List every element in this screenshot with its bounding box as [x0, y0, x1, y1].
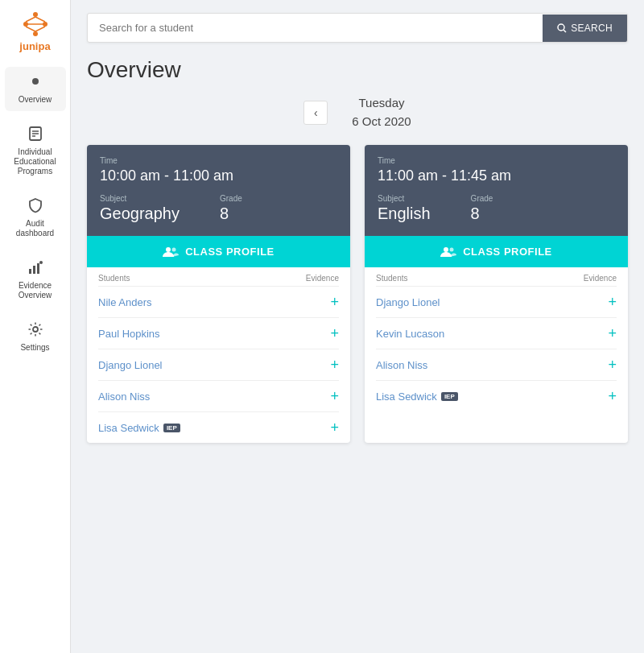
svg-rect-16: [37, 263, 39, 274]
sidebar: junipa Overview Individual Educational P…: [0, 0, 71, 653]
prev-date-button[interactable]: ‹: [303, 101, 328, 125]
search-button-label: SEARCH: [571, 23, 613, 34]
student-name-0-2[interactable]: Django Lionel: [98, 359, 163, 371]
audit-icon: [27, 197, 43, 217]
svg-point-0: [33, 12, 38, 17]
svg-point-23: [444, 247, 448, 252]
sidebar-item-overview[interactable]: Overview: [5, 67, 66, 111]
class-profile-icon-1: [440, 246, 456, 258]
svg-point-22: [172, 247, 176, 251]
student-name-0-4[interactable]: Lisa Sedwick IEP: [98, 422, 180, 434]
date-display: Tuesday 6 Oct 2020: [352, 94, 411, 130]
student-list-header-0: Students Evidence: [98, 267, 339, 287]
card-grade-group-0: Grade 8: [220, 194, 242, 223]
add-evidence-btn-0-1[interactable]: +: [330, 326, 339, 341]
add-evidence-btn-0-2[interactable]: +: [330, 357, 339, 372]
sidebar-item-iep[interactable]: Individual Educational Programs: [5, 119, 66, 183]
sidebar-item-evidence[interactable]: Evidence Overview: [5, 253, 66, 307]
card-subject-group-0: Subject Geography: [100, 194, 180, 223]
student-name-1-2[interactable]: Alison Niss: [376, 359, 427, 371]
card-time-1: 11:00 am - 11:45 am: [378, 167, 615, 184]
student-name-0-1[interactable]: Paul Hopkins: [98, 328, 160, 340]
iep-badge-0-4: IEP: [163, 424, 180, 432]
search-button[interactable]: SEARCH: [543, 14, 627, 42]
card-grade-group-1: Grade 8: [471, 194, 493, 223]
student-list-1: Students Evidence Django Lionel + Kevin …: [365, 267, 628, 411]
student-row-0-0: Nile Anders +: [98, 287, 339, 318]
add-evidence-btn-0-0[interactable]: +: [330, 295, 339, 309]
card-subject-group-1: Subject English: [378, 194, 431, 223]
class-profile-label-0: CLASS PROFILE: [185, 246, 275, 258]
class-profile-button-0[interactable]: CLASS PROFILE: [87, 236, 350, 267]
svg-point-3: [33, 31, 38, 36]
card-header-1: Time 11:00 am - 11:45 am Subject English…: [365, 145, 628, 236]
sidebar-item-settings-label: Settings: [20, 343, 49, 353]
class-profile-button-1[interactable]: CLASS PROFILE: [365, 236, 628, 267]
evidence-icon: [27, 259, 43, 279]
app-name: junipa: [19, 40, 50, 52]
session-card-0: Time 10:00 am - 11:00 am Subject Geograp…: [87, 145, 350, 443]
sidebar-item-iep-label: Individual Educational Programs: [10, 147, 61, 176]
page-title: Overview: [87, 57, 628, 83]
student-name-0-0[interactable]: Nile Anders: [98, 296, 151, 308]
student-row-0-4: Lisa Sedwick IEP +: [98, 412, 339, 443]
iep-badge-1-3: IEP: [441, 392, 458, 401]
add-evidence-btn-0-4[interactable]: +: [330, 420, 339, 435]
svg-line-7: [35, 27, 45, 31]
svg-point-24: [450, 247, 454, 251]
add-evidence-btn-0-3[interactable]: +: [330, 389, 339, 403]
sidebar-item-settings[interactable]: Settings: [5, 315, 66, 359]
card-subject-0: Geography: [100, 205, 180, 223]
date-date: 6 Oct 2020: [352, 113, 411, 131]
sidebar-item-audit-label: Audit dashboard: [10, 219, 61, 238]
sidebar-item-audit[interactable]: Audit dashboard: [5, 191, 66, 245]
card-meta-1: Subject English Grade 8: [378, 194, 615, 223]
add-evidence-btn-1-0[interactable]: +: [608, 295, 617, 309]
svg-line-20: [564, 30, 566, 32]
student-row-0-2: Django Lionel +: [98, 349, 339, 381]
student-row-1-1: Kevin Lucason +: [376, 318, 617, 349]
student-row-1-3: Lisa Sedwick IEP +: [376, 381, 617, 411]
logo-icon: [18, 10, 53, 39]
student-row-0-1: Paul Hopkins +: [98, 318, 339, 349]
card-grade-label-0: Grade: [220, 194, 242, 203]
student-name-1-3[interactable]: Lisa Sedwick IEP: [376, 391, 458, 403]
evidence-col-label-0: Evidence: [306, 274, 339, 283]
student-name-1-0[interactable]: Django Lionel: [376, 296, 440, 308]
add-evidence-btn-1-3[interactable]: +: [608, 389, 617, 403]
main-content: SEARCH Overview ‹ Tuesday 6 Oct 2020 Tim…: [71, 0, 644, 653]
svg-line-6: [26, 27, 35, 31]
card-grade-0: 8: [220, 205, 242, 223]
iep-icon: [27, 126, 43, 145]
search-input[interactable]: [88, 14, 543, 42]
card-header-0: Time 10:00 am - 11:00 am Subject Geograp…: [87, 145, 350, 236]
logo: junipa: [18, 10, 53, 52]
class-profile-icon-0: [163, 246, 179, 258]
sidebar-item-evidence-label: Evidence Overview: [10, 281, 61, 300]
card-grade-label-1: Grade: [471, 194, 493, 203]
card-time-label-1: Time: [378, 156, 615, 165]
evidence-col-label-1: Evidence: [584, 274, 617, 283]
session-card-1: Time 11:00 am - 11:45 am Subject English…: [365, 145, 628, 443]
students-col-label-1: Students: [376, 274, 407, 283]
add-evidence-btn-1-2[interactable]: +: [608, 357, 617, 372]
add-evidence-btn-1-1[interactable]: +: [608, 326, 617, 341]
date-day: Tuesday: [352, 94, 411, 113]
svg-line-5: [35, 17, 45, 22]
student-name-0-3[interactable]: Alison Niss: [98, 391, 150, 403]
student-row-1-2: Alison Niss +: [376, 349, 617, 381]
card-subject-label-1: Subject: [378, 194, 431, 203]
date-navigation: ‹ Tuesday 6 Oct 2020: [87, 94, 628, 130]
svg-rect-15: [33, 266, 35, 274]
card-time-0: 10:00 am - 11:00 am: [100, 167, 337, 184]
student-name-1-1[interactable]: Kevin Lucason: [376, 328, 444, 340]
students-col-label-0: Students: [98, 274, 130, 283]
settings-icon: [27, 321, 43, 341]
svg-point-9: [32, 78, 39, 85]
overview-icon: [27, 73, 43, 93]
student-row-0-3: Alison Niss +: [98, 381, 339, 412]
svg-line-4: [26, 17, 35, 22]
student-row-1-0: Django Lionel +: [376, 287, 617, 318]
session-cards: Time 10:00 am - 11:00 am Subject Geograp…: [87, 145, 628, 443]
class-profile-label-1: CLASS PROFILE: [463, 246, 552, 258]
